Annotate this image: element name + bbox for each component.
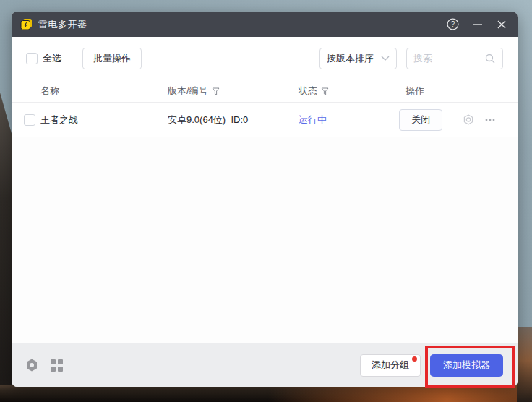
close-instance-button[interactable]: 关闭 <box>399 109 442 131</box>
column-header-status: 状态 <box>299 85 317 98</box>
grid-view-icon[interactable] <box>51 359 63 372</box>
column-header-name: 名称 <box>40 85 168 98</box>
instance-version: 安卓9.0(64位) ID:0 <box>168 114 299 127</box>
desktop: 雷电多开器 ? 全选 <box>0 0 532 402</box>
window-title: 雷电多开器 <box>38 18 87 31</box>
select-all-label: 全选 <box>43 52 61 65</box>
column-header-version: 版本/编号 <box>168 85 208 98</box>
ldplayer-multi-instance-window: 雷电多开器 ? 全选 <box>12 12 518 387</box>
footer-bar: 添加分组 添加模拟器 <box>12 343 518 387</box>
titlebar[interactable]: 雷电多开器 ? <box>12 12 518 37</box>
instance-settings-icon[interactable] <box>462 114 475 127</box>
empty-list-area <box>12 137 518 343</box>
add-group-button[interactable]: 添加分组 <box>360 354 421 377</box>
wallpaper-mountain-bottom <box>0 385 532 402</box>
more-options-icon[interactable] <box>484 114 497 127</box>
help-icon[interactable]: ? <box>445 17 460 32</box>
column-header-actions: 操作 <box>399 85 518 98</box>
wallpaper-mountain-right <box>517 327 532 402</box>
toolbar-divider <box>72 53 72 64</box>
search-input[interactable] <box>413 53 480 64</box>
row-checkbox[interactable] <box>24 114 35 126</box>
close-icon[interactable] <box>494 17 509 32</box>
sort-dropdown[interactable]: 按版本排序 <box>319 48 397 69</box>
table-row[interactable]: 王者之战 安卓9.0(64位) ID:0 运行中 关闭 <box>12 103 518 137</box>
add-emulator-button[interactable]: 添加模拟器 <box>430 354 503 377</box>
sort-dropdown-value: 按版本排序 <box>327 52 374 65</box>
instance-status: 运行中 <box>299 114 399 127</box>
batch-operations-button[interactable]: 批量操作 <box>82 48 142 69</box>
wallpaper-mountain-left <box>0 93 12 402</box>
filter-icon[interactable] <box>321 87 329 95</box>
minimize-icon[interactable] <box>470 17 484 32</box>
search-icon[interactable] <box>484 53 496 64</box>
settings-nut-icon[interactable] <box>26 359 38 372</box>
svg-text:?: ? <box>450 20 455 28</box>
actions-divider <box>452 114 452 126</box>
notification-dot <box>412 356 417 362</box>
filter-icon[interactable] <box>212 87 220 95</box>
app-icon <box>20 18 33 30</box>
table-header: 名称 版本/编号 状态 <box>12 80 518 103</box>
toolbar: 全选 批量操作 按版本排序 <box>12 37 518 80</box>
instance-name: 王者之战 <box>40 114 168 127</box>
select-all-checkbox[interactable] <box>26 53 38 64</box>
chevron-down-icon <box>381 56 390 61</box>
add-group-label: 添加分组 <box>372 359 409 372</box>
search-box <box>406 48 503 69</box>
